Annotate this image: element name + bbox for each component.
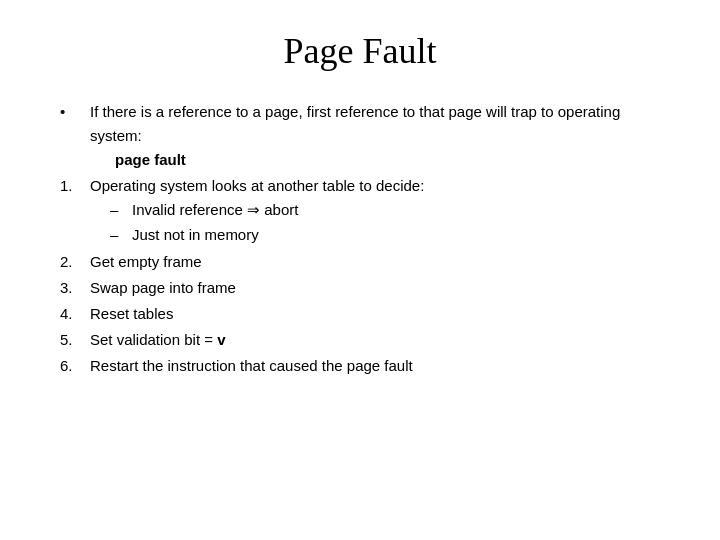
sub-list-1: – Invalid reference ⇒ abort – Just not i… [110, 198, 660, 247]
item-5-text: Set validation bit = v [90, 328, 660, 352]
dash-1: – [110, 198, 132, 222]
slide: Page Fault • If there is a reference to … [0, 0, 720, 540]
item-6-label: 6. [60, 354, 90, 378]
list-item-4: 4. Reset tables [60, 302, 660, 326]
slide-content: • If there is a reference to a page, fir… [60, 100, 660, 380]
item-6-text: Restart the instruction that caused the … [90, 354, 660, 378]
item-3-text: Swap page into frame [90, 276, 660, 300]
item-1-text: Operating system looks at another table … [90, 174, 660, 248]
page-fault-term: page fault [115, 151, 186, 168]
list-item-3: 3. Swap page into frame [60, 276, 660, 300]
bullet-symbol: • [60, 100, 90, 124]
item-2-label: 2. [60, 250, 90, 274]
item-1-label: 1. [60, 174, 90, 198]
item-5-label: 5. [60, 328, 90, 352]
sub-item-memory: – Just not in memory [110, 223, 660, 247]
dash-2: – [110, 223, 132, 247]
intro-text: If there is a reference to a page, first… [90, 100, 660, 172]
list-item-2: 2. Get empty frame [60, 250, 660, 274]
item-4-label: 4. [60, 302, 90, 326]
list-item-5: 5. Set validation bit = v [60, 328, 660, 352]
item-4-text: Reset tables [90, 302, 660, 326]
list-item-1: 1. Operating system looks at another tab… [60, 174, 660, 248]
invalid-ref-text: Invalid reference ⇒ abort [132, 198, 298, 222]
item-2-text: Get empty frame [90, 250, 660, 274]
intro-bullet: • If there is a reference to a page, fir… [60, 100, 660, 172]
list-item-6: 6. Restart the instruction that caused t… [60, 354, 660, 378]
item-3-label: 3. [60, 276, 90, 300]
slide-title: Page Fault [60, 30, 660, 72]
not-in-memory-text: Just not in memory [132, 223, 259, 247]
sub-item-invalid: – Invalid reference ⇒ abort [110, 198, 660, 222]
